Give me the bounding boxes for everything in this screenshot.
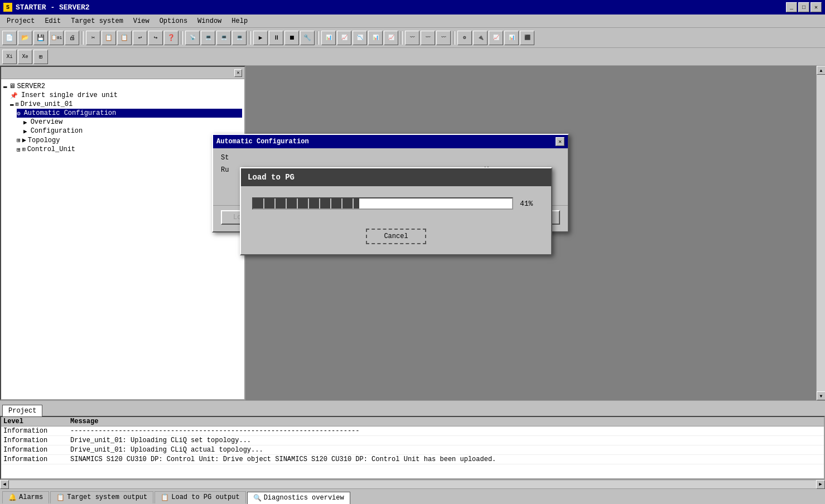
pause-button[interactable]: ⏸ [269, 31, 283, 45]
tree-item-auto-config[interactable]: ⚙ Automatic Configuration [17, 109, 242, 118]
extra-btn1[interactable]: ⚙ [457, 31, 472, 45]
xe-button[interactable]: Xe [18, 50, 32, 64]
log-row-1: Information Drive_unit_01: Uploading CLi… [1, 436, 824, 445]
tab-diagnostics[interactable]: 🔍 Diagnostics overview [247, 492, 350, 504]
chart-btn5[interactable]: 📈 [384, 31, 398, 45]
load-pg-title: Load to PG [241, 168, 551, 186]
cu-label: Control_Unit [27, 146, 75, 153]
scope-btn1[interactable]: 〰 [405, 31, 419, 45]
tab-target-output[interactable]: 📋 Target system output [50, 491, 153, 503]
main-toolbar: 📄 📂 💾 📋01 🖨 ✂ 📋 📋 ↩ ↪ ❓ 📡 💻 💻 💻 ▶ ⏸ ⏹ 🔧 … [0, 28, 825, 48]
overview-arrow: ▶ [23, 119, 27, 126]
scope-btn3[interactable]: 〰 [436, 31, 451, 45]
extra-btn2[interactable]: 🔌 [473, 31, 488, 45]
menu-edit[interactable]: Edit [40, 16, 65, 26]
toolbar-separator-5 [401, 31, 403, 45]
log-row-0-msg: ----------------------------------------… [70, 427, 822, 435]
tab-load-output[interactable]: 📋 Load to PG output [155, 491, 245, 503]
log-section: Level Message Information --------------… [0, 416, 825, 488]
cu-icon: ⊞ [22, 146, 26, 153]
log-row-3-msg: SINAMICS S120 CU310 DP: Control Unit: Dr… [70, 455, 822, 463]
close-button[interactable]: ✕ [810, 2, 822, 12]
extra-btn3[interactable]: 📈 [489, 31, 503, 45]
scroll-h-track [9, 481, 816, 488]
chart-btn1[interactable]: 📊 [321, 31, 336, 45]
save-extra-button[interactable]: 📋01 [49, 31, 64, 45]
play-button[interactable]: ▶ [253, 31, 268, 45]
menu-options[interactable]: Options [155, 16, 192, 26]
open-button[interactable]: 📂 [18, 31, 32, 45]
project-tab[interactable]: Project [2, 405, 42, 416]
config-button[interactable]: 🔧 [300, 31, 315, 45]
log-row-0: Information ----------------------------… [1, 427, 824, 436]
scroll-right-button[interactable]: ▶ [816, 480, 825, 489]
load-pg-cancel-button[interactable]: Cancel [366, 229, 426, 244]
menu-project[interactable]: Project [2, 16, 39, 26]
cut-button[interactable]: ✂ [86, 31, 100, 45]
minimize-button[interactable]: _ [786, 2, 797, 12]
menu-help[interactable]: Help [227, 16, 252, 26]
log-row-2-msg: Drive_unit_01: Uploading CLiQ actual top… [70, 446, 822, 454]
scroll-down-button[interactable]: ▼ [817, 391, 825, 400]
maximize-button[interactable]: □ [798, 2, 809, 12]
chart-btn4[interactable]: 📊 [368, 31, 383, 45]
download-btn3[interactable]: 💻 [232, 31, 247, 45]
panel-close-button[interactable]: ✕ [234, 69, 242, 77]
tab-alarms[interactable]: 🔔 Alarms [2, 491, 49, 503]
extra-btn4[interactable]: 📊 [504, 31, 519, 45]
menu-view[interactable]: View [129, 16, 154, 26]
log-row-2: Information Drive_unit_01: Uploading CLi… [1, 445, 824, 455]
tree-item-topology[interactable]: ⊞ ▶ Topology [17, 135, 242, 145]
progress-bar-container [252, 197, 513, 210]
auto-config-close-button[interactable]: ✕ [556, 137, 565, 146]
config-label: Configuration [31, 127, 83, 135]
stop-button[interactable]: ⏹ [284, 31, 299, 45]
extra-btn5[interactable]: ⬛ [520, 31, 534, 45]
scope-btn2[interactable]: 〰 [421, 31, 435, 45]
new-button[interactable]: 📄 [2, 31, 17, 45]
tree-item-control-unit[interactable]: ⊞ ⊞ Control_Unit [17, 145, 242, 154]
load-output-icon: 📋 [161, 493, 169, 502]
chart-btn3[interactable]: 📉 [353, 31, 367, 45]
print-button[interactable]: 🖨 [65, 31, 79, 45]
diagnostics-label: Diagnostics overview [264, 494, 344, 502]
auto-config-title: Automatic Configuration [216, 138, 309, 146]
save-button[interactable]: 💾 [33, 31, 48, 45]
scroll-left-button[interactable]: ◀ [0, 480, 9, 489]
panel-title-bar: ✕ [1, 67, 244, 79]
download-btn2[interactable]: 💻 [216, 31, 231, 45]
auto-config-label: Automatic Configuration [24, 109, 117, 117]
scroll-up-button[interactable]: ▲ [817, 66, 825, 75]
drive-label: Drive_unit_01 [21, 100, 73, 108]
log-row-3-level: Information [3, 455, 70, 463]
copy-button[interactable]: 📋 [102, 31, 116, 45]
insert-label: Insert single drive unit [21, 91, 118, 99]
diagnostics-icon: 🔍 [253, 494, 262, 502]
connect-button[interactable]: 📡 [185, 31, 200, 45]
log-scrollbar: ◀ ▶ [0, 479, 825, 488]
tree-item-insert[interactable]: 📌 Insert single drive unit [10, 91, 242, 100]
tree-item-drive-unit[interactable]: ▬ ⊞ Drive_unit_01 [10, 100, 242, 109]
server2-icon: 🖥 [9, 82, 16, 90]
redo-button[interactable]: ↪ [148, 31, 163, 45]
grid-button[interactable]: ⊞ [33, 50, 48, 64]
log-row-1-msg: Drive_unit_01: Uploading CLiQ set topolo… [70, 437, 822, 444]
undo-button[interactable]: ↩ [133, 31, 147, 45]
title-bar: S STARTER - SERVER2 _ □ ✕ [0, 0, 825, 14]
tree-item-configuration[interactable]: ▶ Configuration [23, 127, 242, 135]
secondary-toolbar: Xi Xe ⊞ [0, 48, 825, 66]
log-header: Level Message [1, 417, 824, 427]
target-output-label: Target system output [67, 493, 147, 501]
tree-item-overview[interactable]: ▶ Overview [23, 118, 242, 127]
chart-btn2[interactable]: 📈 [337, 31, 351, 45]
menu-window[interactable]: Window [193, 16, 226, 26]
menu-target-system[interactable]: Target system [66, 16, 128, 26]
server2-label: SERVER2 [17, 83, 45, 90]
tree-item-server2[interactable]: ▬ 🖥 SERVER2 [3, 81, 242, 91]
load-output-label: Load to PG output [171, 493, 239, 501]
help-button[interactable]: ❓ [164, 31, 178, 45]
paste-button[interactable]: 📋 [117, 31, 132, 45]
download-btn1[interactable]: 💻 [201, 31, 215, 45]
xi-button[interactable]: Xi [2, 50, 17, 64]
log-area: Level Message Information --------------… [0, 416, 825, 479]
